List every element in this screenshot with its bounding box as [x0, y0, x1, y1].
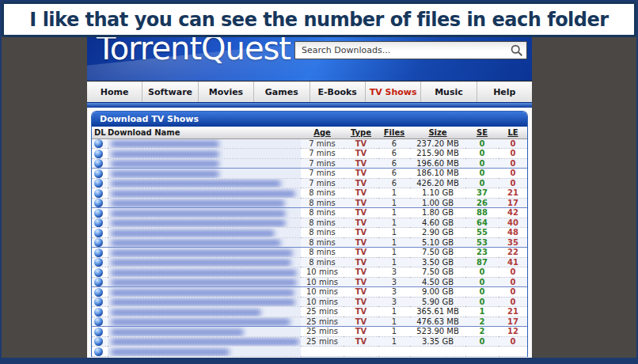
table-row: 8 mins TV 1 1.10 GB 37 21: [92, 188, 527, 199]
download-name-redacted[interactable]: [111, 240, 281, 246]
table-row: 8 mins TV 1 4.60 GB 64 40: [92, 218, 527, 228]
nav-item[interactable]: E-Books: [310, 82, 366, 102]
download-name-redacted[interactable]: [111, 141, 219, 147]
download-name-redacted[interactable]: [111, 329, 244, 336]
seeders-cell: 0: [465, 178, 499, 188]
name-cell: [108, 336, 301, 347]
page-content: Download TV Shows DL Download Name Age T…: [87, 108, 532, 357]
download-icon[interactable]: [94, 209, 103, 218]
files-cell: 6: [378, 149, 410, 159]
age-cell: 8 mins: [301, 248, 344, 258]
files-cell: 1: [378, 208, 410, 218]
size-cell: 186.10 MB: [410, 169, 465, 179]
download-icon[interactable]: [94, 169, 103, 178]
seeders-cell: 0: [465, 287, 499, 298]
download-icon[interactable]: [94, 179, 103, 188]
download-name-redacted[interactable]: [111, 260, 291, 266]
download-icon[interactable]: [94, 337, 103, 346]
leechers-cell: 0: [499, 178, 527, 188]
download-icon[interactable]: [94, 159, 103, 168]
download-name-redacted[interactable]: [111, 191, 295, 197]
type-cell: TV: [344, 149, 378, 159]
download-name-redacted[interactable]: [111, 220, 286, 226]
name-cell: [108, 228, 301, 238]
nav-item[interactable]: Movies: [199, 82, 254, 102]
seeders-cell: 1: [465, 307, 499, 317]
download-name-redacted[interactable]: [111, 161, 219, 167]
size-cell: 1.80 GB: [410, 208, 465, 218]
age-cell: 8 mins: [301, 188, 344, 199]
column-header-le: LE: [499, 127, 527, 138]
size-cell: 523.90 MB: [410, 327, 465, 337]
download-icon[interactable]: [94, 229, 103, 237]
download-name-redacted[interactable]: [111, 270, 297, 276]
download-name-redacted[interactable]: [111, 309, 261, 316]
age-cell: 25 mins: [301, 336, 344, 347]
download-name-redacted[interactable]: [111, 200, 285, 207]
download-icon[interactable]: [94, 317, 103, 326]
files-cell: 1: [378, 237, 410, 248]
download-name-redacted[interactable]: [111, 250, 293, 256]
files-cell: 1: [378, 188, 410, 199]
column-header-name: Download Name: [108, 127, 301, 138]
site-header: TorrentQuest: [87, 37, 532, 81]
type-cell: TV: [344, 169, 378, 179]
download-icon[interactable]: [94, 328, 103, 336]
nav-item[interactable]: Home: [87, 82, 142, 102]
site-logo[interactable]: TorrentQuest: [97, 37, 291, 66]
nav-item[interactable]: Music: [421, 82, 477, 102]
download-icon[interactable]: [94, 189, 103, 198]
name-cell: [108, 277, 301, 287]
table-row: 8 mins TV 1 1.80 GB 88 42: [92, 208, 527, 218]
name-cell: [108, 198, 301, 208]
sort-type-link[interactable]: Type: [351, 128, 371, 137]
sort-seeders-link[interactable]: SE: [477, 128, 488, 137]
name-cell: [108, 237, 301, 248]
download-icon[interactable]: [94, 199, 103, 207]
download-icon[interactable]: [94, 268, 103, 277]
nav-item[interactable]: TV Shows: [366, 82, 421, 102]
size-cell: 365.61 MB: [410, 307, 465, 317]
download-name-redacted[interactable]: [111, 210, 286, 217]
download-icon[interactable]: [94, 218, 103, 227]
search-input[interactable]: [294, 41, 527, 59]
download-name-redacted[interactable]: [111, 180, 281, 187]
download-name-redacted[interactable]: [111, 279, 297, 286]
download-icon[interactable]: [94, 248, 103, 257]
type-cell: TV: [344, 237, 378, 248]
seeders-cell: 87: [465, 257, 499, 267]
leechers-cell: 12: [499, 327, 527, 337]
download-name-redacted[interactable]: [111, 339, 299, 345]
download-name-redacted[interactable]: [111, 171, 219, 177]
download-name-redacted[interactable]: [111, 230, 275, 237]
download-icon[interactable]: [94, 347, 103, 356]
download-name-redacted[interactable]: [111, 290, 294, 296]
table-row: 10 mins TV 3 4.50 GB 0 0: [92, 277, 527, 287]
sort-size-link[interactable]: Size: [428, 128, 446, 137]
download-icon[interactable]: [94, 238, 103, 247]
download-name-redacted[interactable]: [111, 319, 291, 325]
download-icon[interactable]: [94, 288, 103, 297]
download-icon[interactable]: [94, 308, 103, 317]
download-icon[interactable]: [94, 139, 103, 148]
download-icon[interactable]: [94, 298, 103, 306]
sort-files-link[interactable]: Files: [384, 128, 404, 137]
download-name-redacted[interactable]: [111, 299, 295, 305]
download-icon[interactable]: [94, 258, 103, 267]
download-icon[interactable]: [94, 278, 103, 286]
download-name-redacted[interactable]: [111, 349, 230, 355]
type-cell: TV: [344, 317, 378, 327]
age-cell: 7 mins: [301, 158, 344, 169]
search-icon[interactable]: [510, 44, 523, 57]
download-name-redacted[interactable]: [111, 151, 219, 157]
nav-item[interactable]: Games: [254, 82, 310, 102]
column-header-se: SE: [465, 127, 499, 138]
download-icon[interactable]: [94, 150, 103, 158]
sort-age-link[interactable]: Age: [313, 128, 331, 137]
nav-item[interactable]: Help: [477, 82, 532, 102]
name-cell: [108, 208, 301, 218]
nav-item[interactable]: Software: [142, 82, 198, 102]
sort-leechers-link[interactable]: LE: [507, 128, 518, 137]
seeders-cell: 0: [465, 277, 499, 287]
table-row: 10 mins TV 3 5.90 GB 0 0: [92, 297, 527, 307]
